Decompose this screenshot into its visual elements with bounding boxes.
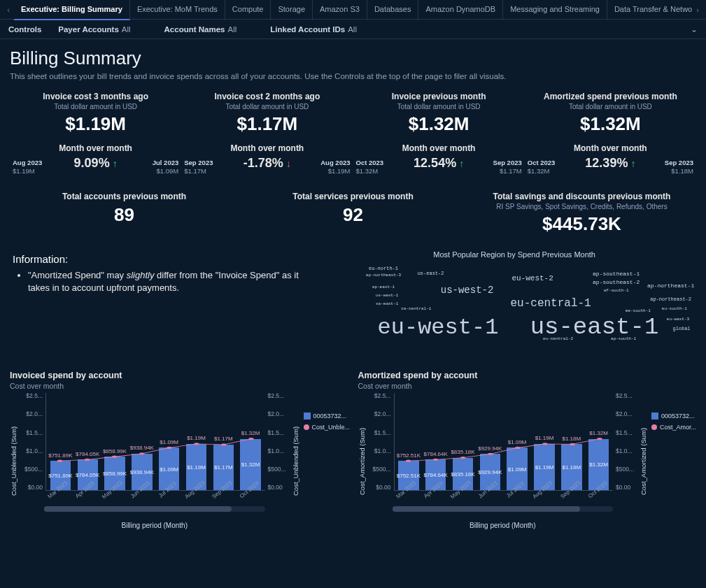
region-eu-west-1[interactable]: eu-west-1 [378, 314, 499, 340]
line-value-label: $1.32M [586, 430, 612, 436]
total-title: Total accounts previous month [14, 192, 234, 201]
line-value-label: $1.09M [156, 439, 182, 445]
filter-linked-account-ids[interactable]: Linked Account IDsAll [270, 25, 357, 34]
region-ap-southeast-2[interactable]: ap-southeast-2 [593, 278, 640, 285]
region-eu-west-2[interactable]: eu-west-2 [511, 274, 553, 282]
mom-left: Oct 2023$1.32M [528, 159, 556, 176]
bar-value-label: $1.09M [160, 466, 178, 472]
bar-value-label: $1.19M [187, 464, 206, 470]
kpi-card-1: Invoice cost 2 months ago Total dollar a… [181, 89, 353, 136]
kpi-card-2: Invoice previous month Total dollar amou… [353, 89, 525, 136]
chart-panel-right: Amortized spend by account Cost over mon… [358, 371, 697, 529]
bar-col[interactable]: $858.99K $858.99K [102, 393, 128, 490]
legend-line[interactable]: Cost_Amor... [651, 424, 695, 431]
arrow-down-icon: ↓ [286, 158, 291, 169]
mom-title: Month over month [14, 143, 177, 153]
region-us-west-2[interactable]: us-west-2 [441, 285, 494, 296]
kpi-sub: Total dollar amount in USD [358, 103, 521, 110]
kpi-title: Invoice cost 3 months ago [14, 92, 177, 101]
line-value-label: $835.18K [450, 449, 476, 455]
bar-value-label: $858.99K [103, 471, 127, 477]
wordcloud[interactable]: us-east-1eu-west-1eu-central-1us-west-2e… [332, 261, 696, 345]
bar-col[interactable]: $1.19M $1.19M [183, 393, 209, 490]
region-eu-central-1[interactable]: eu-central-1 [510, 297, 591, 310]
bar-col[interactable]: $751.89K $751.89K [48, 393, 73, 490]
total-value: 92 [243, 204, 463, 226]
total-title: Total services previous month [243, 192, 463, 201]
chart-title: Amortized spend by account [358, 371, 697, 380]
legend-line[interactable]: Cost_Unble... [304, 424, 347, 431]
bar-col[interactable]: $1.09M $1.09M [156, 393, 182, 490]
tab-data-transfer-networking[interactable]: Data Transfer & Networking [607, 0, 692, 20]
region-us-east-2[interactable]: us-east-2 [418, 271, 444, 276]
region-sa-east-1[interactable]: sa-east-1 [376, 301, 398, 306]
bar-col[interactable]: $752.51K $752.51K [396, 393, 422, 490]
line-value-label: $1.32M [238, 430, 264, 436]
region-ap-east-1[interactable]: ap-east-1 [372, 285, 395, 289]
charts-row: Invoiced spend by account Cost over mont… [10, 371, 696, 529]
bar-col[interactable]: $938.94K $938.94K [129, 393, 155, 490]
bar-col[interactable]: $1.32M $1.32M [238, 393, 264, 490]
xaxis-label: Billing period (Month) [366, 522, 640, 529]
region-ap-southeast-1[interactable]: ap-southeast-1 [593, 270, 640, 276]
bar-col[interactable]: $784.64K $784.64K [423, 393, 449, 490]
chart-scrollbar[interactable] [393, 506, 614, 512]
tab-databases[interactable]: Databases [367, 0, 419, 20]
total-value: $445.73K [472, 213, 692, 235]
bar-col[interactable]: $784.05K $784.05K [75, 393, 101, 490]
mom-pct: 9.09% ↑ [74, 156, 118, 171]
region-eu-south-1[interactable]: eu-south-1 [662, 306, 687, 311]
tab-storage[interactable]: Storage [271, 0, 313, 20]
bar-col[interactable]: $1.32M $1.32M [586, 393, 612, 490]
filter-payer-accounts[interactable]: Payer AccountsAll [58, 25, 130, 34]
controls-expand-icon[interactable]: ⌄ [691, 24, 698, 34]
mom-pct: 12.39% ↑ [585, 156, 635, 171]
kpi-card-3: Amortized spend previous month Total dol… [525, 89, 696, 136]
kpi-sub: Total dollar amount in USD [185, 103, 348, 110]
region-af-south-1[interactable]: af-south-1 [604, 287, 629, 292]
chart-plot[interactable]: $2.5...$2.0...$1.5...$1.0...$500...$0.00… [367, 393, 640, 503]
region-ap-northeast-3[interactable]: ap-northeast-3 [366, 273, 401, 278]
wordcloud-panel: Most Popular Region by Spend Previous Mo… [332, 250, 696, 355]
mom-pct: 12.54% ↑ [414, 156, 464, 171]
bar-col[interactable]: $835.18K $835.18K [450, 393, 476, 490]
region-eu-west-3[interactable]: eu-west-3 [667, 316, 689, 321]
region-ap-northeast-1[interactable]: ap-northeast-1 [647, 282, 694, 288]
bar-value-label: $1.32M [589, 461, 608, 468]
tab-executive-mom-trends[interactable]: Executive: MoM Trends [130, 0, 225, 20]
mom-pct: -1.78% ↓ [243, 156, 291, 171]
xticks: Mar 2023Apr 2023May 2023Jun 2023Jul 2023… [394, 492, 614, 503]
bar-col[interactable]: $929.94K $929.94K [477, 393, 503, 490]
region-ca-central-1[interactable]: ca-central-1 [401, 306, 431, 311]
region-eu-central-2[interactable]: eu-central-2 [543, 336, 573, 341]
legend-series[interactable]: 00053732... [651, 413, 695, 420]
region-ap-south-1[interactable]: ap-south-1 [611, 336, 636, 341]
bar-col[interactable]: $1.18M $1.18M [558, 393, 584, 490]
tabs-list: Executive: Billing SummaryExecutive: MoM… [14, 0, 692, 20]
region-us-west-1[interactable]: us-west-1 [376, 293, 398, 298]
arrow-up-icon: ↑ [113, 158, 118, 169]
tab-messaging-and-streaming[interactable]: Messaging and Streaming [503, 0, 607, 20]
bar-col[interactable]: $1.09M $1.09M [504, 393, 530, 490]
tab-compute[interactable]: Compute [225, 0, 271, 20]
bar-col[interactable]: $1.17M $1.17M [211, 393, 236, 490]
chart-scrollbar[interactable] [44, 506, 265, 512]
info-bullet: "Amortized Spend" may slightly differ fr… [28, 269, 323, 294]
region-me-south-1[interactable]: me-south-1 [626, 308, 651, 313]
chart-plot[interactable]: $2.5...$2.0...$1.5...$1.0...$500...$0.00… [19, 393, 292, 503]
region-global[interactable]: global [673, 326, 691, 331]
tab-executive-billing-summary[interactable]: Executive: Billing Summary [14, 0, 130, 20]
filter-account-names[interactable]: Account NamesAll [164, 25, 237, 34]
region-ap-northeast-2[interactable]: ap-northeast-2 [650, 296, 691, 302]
legend-series[interactable]: 00053732... [304, 413, 347, 420]
tab-scroll-left[interactable]: ‹ [3, 6, 14, 14]
tab-amazon-s3[interactable]: Amazon S3 [313, 0, 367, 20]
tab-scroll-right[interactable]: › [692, 6, 703, 14]
tab-amazon-dynamodb[interactable]: Amazon DynamoDB [418, 0, 503, 20]
kpi-value: $1.19M [14, 113, 177, 135]
yaxis-label-left: Cost_Unblended (Sum) [10, 393, 17, 529]
line-value-label: $784.64K [423, 451, 449, 457]
bar-value-label: $1.19M [535, 464, 554, 470]
bar-col[interactable]: $1.19M $1.19M [532, 393, 558, 490]
region-eu-north-1[interactable]: eu-north-1 [369, 266, 398, 271]
